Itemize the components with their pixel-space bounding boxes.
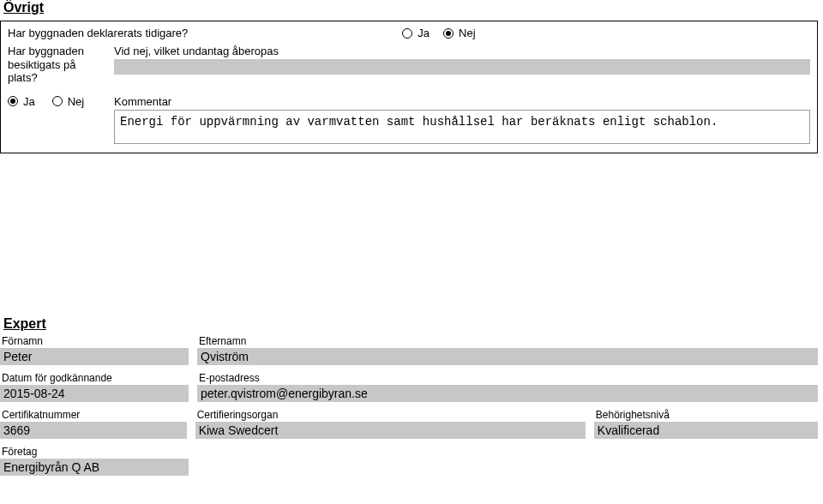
q2-right-label: Vid nej, vilket undantag åberopas bbox=[114, 45, 810, 57]
fornamn-value[interactable]: Peter bbox=[0, 348, 189, 365]
q1-ja-group[interactable]: Ja bbox=[402, 27, 430, 39]
expert-row-3: Certifikatnummer 3669 Certifieringsorgan… bbox=[0, 409, 818, 439]
epost-cell: E-postadress peter.qvistrom@energibyran.… bbox=[197, 372, 818, 402]
q1-nej-group[interactable]: Nej bbox=[443, 27, 476, 39]
q2-left-label: Har byggnaden besiktigats på plats? bbox=[8, 45, 102, 85]
q3-nej-group[interactable]: Nej bbox=[52, 95, 85, 108]
fornamn-cell: Förnamn Peter bbox=[0, 335, 189, 365]
behor-cell: Behörighetsnivå Kvalificerad bbox=[594, 409, 818, 439]
cert-label: Certifikatnummer bbox=[0, 409, 187, 421]
certorg-cell: Certifieringsorgan Kiwa Swedcert bbox=[195, 409, 586, 439]
datum-label: Datum för godkännande bbox=[0, 372, 189, 384]
certorg-value[interactable]: Kiwa Swedcert bbox=[195, 422, 586, 439]
ovrigt-box: Har byggnaden deklarerats tidigare? Ja N… bbox=[0, 21, 818, 153]
radio-icon bbox=[443, 28, 454, 39]
q3-ja-label: Ja bbox=[23, 95, 35, 108]
expert-section: Expert Förnamn Peter Efternamn Qviström … bbox=[0, 316, 823, 476]
q3-nej-label: Nej bbox=[68, 95, 85, 108]
q2-row: Har byggnaden besiktigats på plats? Vid … bbox=[8, 45, 810, 85]
behor-value[interactable]: Kvalificerad bbox=[594, 422, 818, 439]
epost-value[interactable]: peter.qvistrom@energibyran.se bbox=[197, 385, 818, 402]
kommentar-label: Kommentar bbox=[114, 95, 810, 108]
cert-cell: Certifikatnummer 3669 bbox=[0, 409, 187, 439]
q1-label: Har byggnaden deklarerats tidigare? bbox=[8, 27, 188, 39]
epost-label: E-postadress bbox=[197, 372, 818, 384]
certorg-label: Certifieringsorgan bbox=[195, 409, 586, 421]
efternamn-cell: Efternamn Qviström bbox=[197, 335, 818, 365]
ovrigt-section: Övrigt Har byggnaden deklarerats tidigar… bbox=[0, 0, 823, 153]
efternamn-value[interactable]: Qviström bbox=[197, 348, 818, 365]
foretag-label: Företag bbox=[0, 446, 189, 458]
expert-row-1: Förnamn Peter Efternamn Qviström bbox=[0, 335, 818, 365]
q3-row: Ja Nej Kommentar Energi för uppvärmning … bbox=[8, 95, 810, 144]
kommentar-input[interactable]: Energi för uppvärmning av varmvatten sam… bbox=[114, 110, 810, 144]
radio-icon bbox=[52, 96, 63, 106]
undantag-input[interactable] bbox=[114, 59, 810, 75]
q2-right: Vid nej, vilket undantag åberopas bbox=[114, 45, 810, 75]
expert-row-2: Datum för godkännande 2015-08-24 E-posta… bbox=[0, 372, 818, 402]
q3-left: Ja Nej bbox=[8, 95, 102, 108]
foretag-value[interactable]: Energibyrån Q AB bbox=[0, 459, 189, 476]
datum-value[interactable]: 2015-08-24 bbox=[0, 385, 189, 402]
q1-nej-label: Nej bbox=[459, 27, 476, 39]
ovrigt-title: Övrigt bbox=[3, 0, 823, 15]
behor-label: Behörighetsnivå bbox=[594, 409, 818, 421]
q3-right: Kommentar Energi för uppvärmning av varm… bbox=[114, 95, 810, 144]
q1-row: Har byggnaden deklarerats tidigare? Ja N… bbox=[8, 27, 810, 39]
q1-ja-label: Ja bbox=[418, 27, 430, 39]
foretag-cell: Företag Energibyrån Q AB bbox=[0, 446, 189, 476]
expert-title: Expert bbox=[3, 316, 818, 332]
radio-icon bbox=[402, 28, 412, 39]
expert-row-4: Företag Energibyrån Q AB bbox=[0, 446, 818, 476]
q3-ja-group[interactable]: Ja bbox=[8, 95, 35, 108]
datum-cell: Datum för godkännande 2015-08-24 bbox=[0, 372, 189, 402]
radio-icon bbox=[8, 96, 18, 106]
fornamn-label: Förnamn bbox=[0, 335, 189, 347]
cert-value[interactable]: 3669 bbox=[0, 422, 187, 439]
efternamn-label: Efternamn bbox=[197, 335, 818, 347]
